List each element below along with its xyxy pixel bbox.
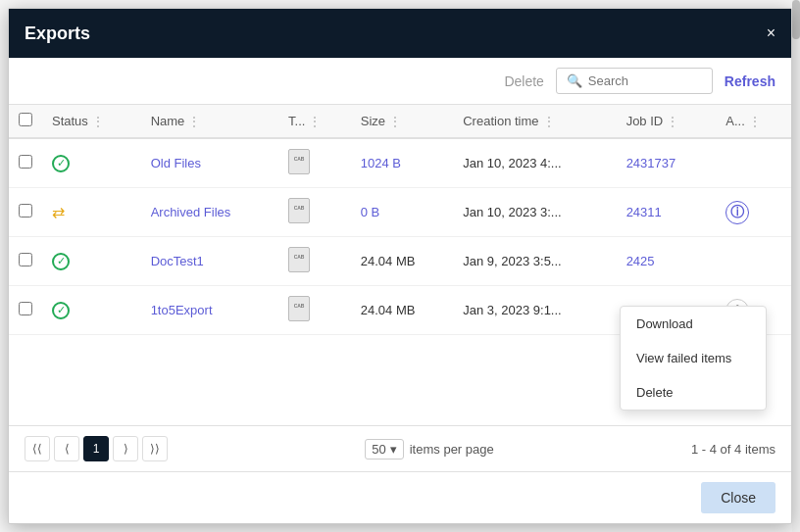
row-2-creation-time: Jan 9, 2023 3:5... xyxy=(453,237,616,286)
row-2-checkbox[interactable] xyxy=(19,253,32,266)
row-1-checkbox-cell xyxy=(9,188,42,237)
per-page-chevron: ▾ xyxy=(390,442,397,457)
name-col-menu[interactable]: ⋮ xyxy=(188,115,200,128)
header-creation-time: Creation time ⋮ xyxy=(453,105,616,138)
row-2-name: DocTest1 xyxy=(141,237,278,286)
check-circle-icon: ✓ xyxy=(52,155,70,172)
modal-title: Exports xyxy=(25,24,90,44)
first-page-button[interactable]: ⟨⟨ xyxy=(25,436,50,461)
dropdown-download[interactable]: Download xyxy=(621,307,766,341)
row-1-action-button[interactable]: ⓘ xyxy=(725,201,749,224)
row-1-name: Archived Files xyxy=(141,188,278,237)
row-0-type xyxy=(278,138,351,188)
row-0-name: Old Files xyxy=(141,138,278,188)
row-1-action: ⓘ xyxy=(716,188,791,237)
check-circle-icon: ✓ xyxy=(52,302,70,319)
last-page-button[interactable]: ⟩⟩ xyxy=(142,436,168,461)
row-0-creation-time: Jan 10, 2023 4:... xyxy=(453,138,616,188)
row-3-size: 24.04 MB xyxy=(351,286,454,335)
items-per-page: 50 ▾ items per page xyxy=(365,439,493,459)
exports-modal: Exports × Delete 🔍 Refresh xyxy=(8,8,792,524)
status-col-menu[interactable]: ⋮ xyxy=(92,115,104,128)
download-label: Download xyxy=(636,316,693,331)
table-row: ⇄Archived Files0 BJan 10, 2023 3:...2431… xyxy=(9,188,791,237)
header-size: Size ⋮ xyxy=(351,105,454,138)
cab-file-icon xyxy=(288,198,310,223)
type-col-menu[interactable]: ⋮ xyxy=(309,115,321,128)
row-1-size: 0 B xyxy=(351,188,454,237)
row-3-type xyxy=(278,286,351,335)
row-2-job-id-link[interactable]: 2425 xyxy=(626,254,655,268)
dropdown-menu: Download View failed items Delete xyxy=(620,306,767,411)
header-a: A... ⋮ xyxy=(716,105,791,138)
header-name: Name ⋮ xyxy=(141,105,278,138)
row-3-checkbox[interactable] xyxy=(19,302,32,315)
row-0-job-id-link[interactable]: 2431737 xyxy=(626,156,676,170)
toolbar: Delete 🔍 Refresh xyxy=(9,58,791,105)
modal-overlay: Exports × Delete 🔍 Refresh xyxy=(0,0,800,532)
cab-file-icon xyxy=(288,149,310,174)
header-job-id: Job ID ⋮ xyxy=(617,105,717,138)
size-col-menu[interactable]: ⋮ xyxy=(389,115,401,128)
cab-file-icon xyxy=(288,296,310,321)
row-1-checkbox[interactable] xyxy=(19,204,32,218)
scrollbar-track[interactable] xyxy=(792,0,800,532)
row-1-type xyxy=(278,188,351,237)
row-0-name-link[interactable]: Old Files xyxy=(151,156,201,170)
row-2-name-link[interactable]: DocTest1 xyxy=(151,254,204,268)
modal-footer: Close xyxy=(9,471,791,523)
page-1-button[interactable]: 1 xyxy=(83,436,109,461)
row-0-action xyxy=(716,138,791,188)
row-2-action xyxy=(716,237,791,286)
modal-header: Exports × xyxy=(9,9,791,58)
row-2-job-id: 2425 xyxy=(617,237,717,286)
search-icon: 🔍 xyxy=(567,73,582,88)
row-3-creation-time: Jan 3, 2023 9:1... xyxy=(453,286,616,335)
dropdown-delete[interactable]: Delete xyxy=(621,375,766,410)
cab-file-icon xyxy=(288,247,310,272)
close-button[interactable]: Close xyxy=(701,482,775,513)
creation-time-col-menu[interactable]: ⋮ xyxy=(543,115,555,128)
row-0-size: 1024 B xyxy=(351,138,454,188)
row-2-checkbox-cell xyxy=(9,237,42,286)
row-3-name-link[interactable]: 1to5Export xyxy=(151,303,213,317)
delete-button[interactable]: Delete xyxy=(504,73,543,89)
row-1-status: ⇄ xyxy=(42,188,141,237)
select-all-checkbox[interactable] xyxy=(19,113,32,126)
refresh-button[interactable]: Refresh xyxy=(725,73,775,89)
row-3-checkbox-cell xyxy=(9,286,42,335)
row-0-checkbox[interactable] xyxy=(19,155,32,169)
total-items-text: 1 - 4 of 4 items xyxy=(691,442,775,457)
row-1-name-link[interactable]: Archived Files xyxy=(151,205,231,219)
per-page-value: 50 xyxy=(372,442,385,457)
job-id-col-menu[interactable]: ⋮ xyxy=(667,115,678,128)
table-container: Status ⋮ Name ⋮ xyxy=(9,105,791,425)
table-header-row: Status ⋮ Name ⋮ xyxy=(9,105,791,138)
row-2-status: ✓ xyxy=(42,237,141,286)
next-page-button[interactable]: ⟩ xyxy=(113,436,138,461)
items-per-page-label: items per page xyxy=(410,442,494,457)
dropdown-view-failed[interactable]: View failed items xyxy=(621,341,766,375)
close-x-button[interactable]: × xyxy=(767,25,775,41)
table-row: ✓Old Files1024 BJan 10, 2023 4:...243173… xyxy=(9,138,791,188)
check-circle-icon: ✓ xyxy=(52,253,70,270)
row-2-type xyxy=(278,237,351,286)
header-type: T... ⋮ xyxy=(278,105,351,138)
search-box: 🔍 xyxy=(556,68,713,94)
per-page-select[interactable]: 50 ▾ xyxy=(365,439,403,459)
modal-body: Delete 🔍 Refresh xyxy=(9,58,791,471)
footer-bar: ⟨⟨ ⟨ 1 ⟩ ⟩⟩ 50 ▾ items per page 1 - 4 of… xyxy=(9,425,791,471)
row-1-job-id: 24311 xyxy=(617,188,717,237)
arrows-icon: ⇄ xyxy=(52,204,65,220)
row-1-creation-time: Jan 10, 2023 3:... xyxy=(453,188,616,237)
row-0-status: ✓ xyxy=(42,138,141,188)
search-input[interactable] xyxy=(588,73,702,88)
row-1-job-id-link[interactable]: 24311 xyxy=(626,205,662,219)
prev-page-button[interactable]: ⟨ xyxy=(54,436,79,461)
a-col-menu[interactable]: ⋮ xyxy=(749,115,761,128)
header-status: Status ⋮ xyxy=(42,105,141,138)
delete-label: Delete xyxy=(636,385,674,400)
row-3-name: 1to5Export xyxy=(141,286,278,335)
row-0-job-id: 2431737 xyxy=(617,138,717,188)
scrollbar-thumb[interactable] xyxy=(792,0,800,39)
